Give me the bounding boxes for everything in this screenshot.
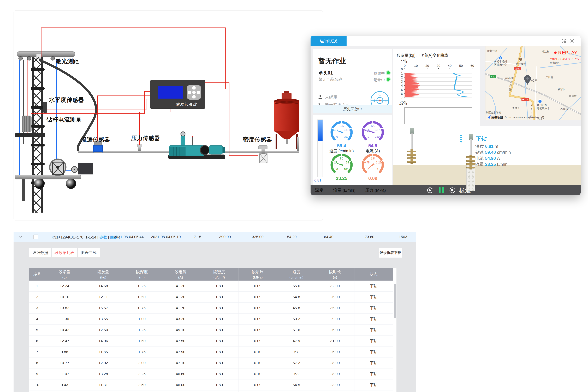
svg-text:高德地图: 高德地图 [491, 116, 503, 119]
svg-text:路: 路 [509, 88, 512, 91]
drill-info-line: 钻速 59.40 cm/min [475, 150, 513, 156]
table-cell: 10 [29, 380, 45, 390]
col-header: 段深度(m) [123, 268, 161, 280]
table-row[interactable]: 1113.1015.712.7545.601.800.094533.00下钻 [29, 390, 393, 392]
table-cell: 43.20 [161, 314, 200, 324]
replay-button[interactable] [427, 187, 433, 194]
svg-text:殷家油坊: 殷家油坊 [550, 61, 560, 64]
download-report-button[interactable]: 记录报表下载 [379, 248, 402, 258]
svg-text:霞: 霞 [509, 84, 512, 87]
svg-text:严灶村: 严灶村 [546, 76, 553, 79]
segment-table-wrap: 序号段浆量(L)段灰量(kg)段深度(m)段电流(A)段密度(g/cm³)段喷压… [29, 268, 396, 392]
svg-text:区纱场小学: 区纱场小学 [494, 63, 507, 66]
history-chart-card: 段灰量(kg)、电流(A)变化曲线 下钻 0102030405060012345… [393, 49, 480, 126]
fullscreen-icon[interactable] [562, 38, 566, 43]
table-cell: 0.75 [123, 302, 161, 314]
table-cell: 45.10 [161, 324, 200, 336]
table-cell: 0.09 [238, 314, 277, 324]
table-cell: 2.00 [123, 358, 161, 368]
table-cell: 12.24 [45, 280, 84, 292]
table-row[interactable]: 79.8811.851.7547.901.800.105725.00下钻 [29, 346, 393, 358]
depth-bar-value: 6.81 [314, 178, 321, 182]
recorder-keypad[interactable] [187, 85, 201, 100]
location-map[interactable]: 金霞路228国G228G228S19临港一组文南通市通州区纱场小学寺慈云禅寺海洼… [485, 46, 581, 120]
table-cell: 45.8 [277, 302, 316, 314]
table-row[interactable]: 112.2414.680.2541.201.800.0955.632.00下钻 [29, 280, 393, 292]
svg-text:瞿家园: 瞿家园 [558, 88, 566, 91]
svg-text:临港一组: 临港一组 [487, 49, 497, 52]
col-header: 段浆量(L) [45, 268, 84, 280]
table-cell: 8 [29, 358, 45, 368]
table-cell: 53 [277, 368, 316, 380]
depth-axis-label: 深度 [315, 188, 323, 193]
table-cell: 0.09 [238, 380, 277, 390]
gauge-value: 59.4 [327, 143, 356, 148]
table-cell: 下钻 [354, 324, 393, 336]
col-header: 段喷压(MPa) [238, 268, 277, 280]
job-status-card: 暂无作业 单头01 暂无产品名称 喷浆中 记录中 未绑定 暂无联系方式 3333… [313, 49, 392, 113]
record-title: K31+129-K31+178_1-1-14 [ 参数 | 回放 ] [52, 235, 120, 240]
drill-info-line: 深度 6.81 m [475, 143, 513, 150]
svg-text:2: 2 [531, 104, 532, 107]
table-row[interactable]: 313.8216.570.7541.701.800.0945.835.00下钻 [29, 302, 393, 314]
table-row[interactable]: 109.4311.312.5046.001.800.0964.523.00下钻 [29, 380, 393, 390]
gauge-1: 062.5125187.525054.9电流 (A) [358, 118, 387, 151]
table-cell: 1.80 [200, 358, 238, 368]
lifting-profile-chart [396, 106, 476, 125]
gauge-2: 025507510023.25 [327, 151, 356, 184]
table-cell: 下钻 [354, 292, 393, 302]
table-row[interactable]: 411.3013.551.0043.201.800.0953.229.00下钻 [29, 314, 393, 324]
label-pressure-sensor: 压力传感器 [131, 134, 160, 142]
svg-text:60: 60 [470, 64, 474, 68]
record-status-label: 记录中 [374, 78, 385, 82]
product-name: 暂无产品名称 [318, 77, 342, 82]
table-cell: 26.00 [316, 292, 354, 302]
record-checkbox[interactable] [33, 234, 38, 239]
equipment-diagram-card: 灌浆记录仪 激光测距 水平度传感器 钻杆电流测量 流速传感器 压力传感器 密度传… [13, 10, 323, 220]
table-cell: 0.09 [238, 390, 277, 392]
recorder-screen [158, 86, 183, 98]
table-cell: 10.10 [45, 292, 84, 302]
tab-2[interactable]: 图表曲线 [77, 248, 100, 258]
map-graphic: 金霞路228国G228G228S19临港一组文南通市通州区纱场小学寺慈云禅寺海洼… [485, 46, 581, 120]
gauge-3: 00.751.52.2530.09 [358, 151, 387, 184]
table-scrollbar-thumb[interactable] [394, 284, 396, 318]
table-cell: 下钻 [354, 358, 393, 368]
drilling-profile-chart: 010203040506001234567 [396, 63, 476, 99]
recorder-brand-label: 灌浆记录仪 [169, 102, 203, 107]
record-summary-value: 390.00 [219, 235, 231, 239]
close-icon[interactable] [570, 38, 575, 43]
chart-up-label: 提钻 [399, 100, 407, 106]
chart-down-label: 下钻 [399, 58, 407, 64]
table-row[interactable]: 810.7712.922.0047.101.800.1057.228.00下钻 [29, 358, 393, 368]
tab-1[interactable]: 段数据列表 [52, 248, 77, 258]
table-cell: 46.60 [161, 368, 200, 380]
tab-0[interactable]: 详细数据 [29, 248, 51, 258]
stop-button[interactable] [449, 187, 456, 194]
table-row[interactable]: 210.1012.110.5041.301.800.0954.826.00下钻 [29, 292, 393, 302]
table-cell: 2 [29, 292, 45, 302]
tab-running-status[interactable]: 运行状况 [311, 36, 347, 46]
svg-text:3: 3 [377, 168, 378, 171]
svg-text:G228: G228 [522, 98, 528, 101]
table-cell: 29.00 [316, 314, 354, 324]
svg-text:0: 0 [404, 64, 406, 68]
table-row[interactable]: 911.0713.282.2546.601.800.105328.00下钻 [29, 368, 393, 380]
svg-text:南通市通州: 南通市通州 [494, 60, 507, 63]
table-cell: 0.09 [238, 324, 277, 336]
pause-button[interactable] [439, 187, 444, 193]
records-panel: K31+129-K31+178_1-1-14 [ 参数 | 回放 ] 2021-… [13, 232, 416, 392]
table-cell: 11.31 [84, 380, 123, 390]
col-header: 段灰量(kg) [84, 268, 123, 280]
svg-text:62.5: 62.5 [364, 128, 370, 131]
gauges-card: 6.81 062.5125187.525059.4速度 (cm/min)062.… [313, 116, 392, 185]
record-row-expanded[interactable]: K31+129-K31+178_1-1-14 [ 参数 | 回放 ] 2021-… [13, 232, 416, 242]
table-row[interactable]: 612.4714.961.5047.501.800.0947.931.00下钻 [29, 336, 393, 346]
chevron-down-icon[interactable] [19, 236, 22, 238]
table-row[interactable]: 510.4212.501.2545.101.800.0961.626.00下钻 [29, 324, 393, 336]
table-cell: 2.75 [123, 390, 161, 392]
svg-text:1.5: 1.5 [371, 157, 375, 160]
table-cell: 下钻 [354, 346, 393, 358]
spray-status-dot [387, 71, 390, 74]
params-link[interactable]: 参数 [99, 235, 107, 239]
